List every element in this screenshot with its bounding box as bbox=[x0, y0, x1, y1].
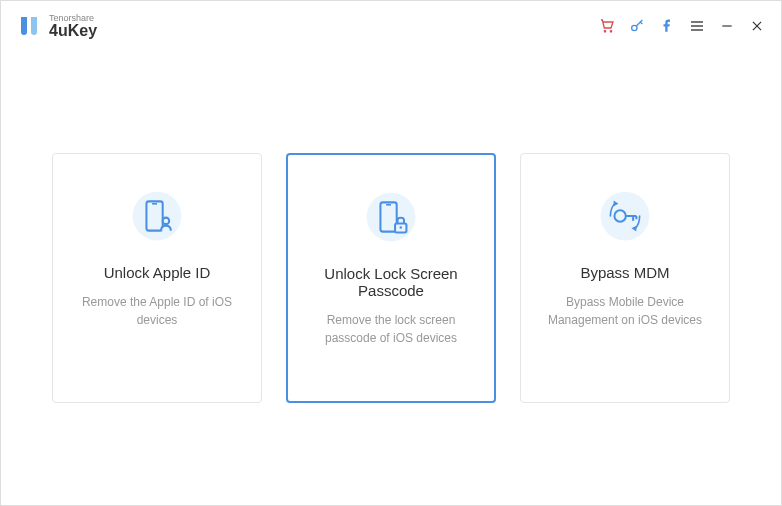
window-controls bbox=[599, 18, 765, 34]
brand-product: 4uKey bbox=[49, 23, 97, 39]
key-icon[interactable] bbox=[629, 18, 645, 34]
svg-point-1 bbox=[610, 31, 611, 32]
close-button[interactable] bbox=[749, 18, 765, 34]
svg-point-12 bbox=[163, 218, 170, 225]
card-title: Bypass MDM bbox=[580, 264, 669, 281]
cart-icon[interactable] bbox=[599, 18, 615, 34]
card-unlock-lock-screen[interactable]: Unlock Lock Screen Passcode Remove the l… bbox=[286, 153, 496, 403]
titlebar: Tenorshare 4uKey bbox=[1, 1, 781, 51]
card-bypass-mdm[interactable]: Bypass MDM Bypass Mobile Device Manageme… bbox=[520, 153, 730, 403]
app-window: Tenorshare 4uKey bbox=[0, 0, 782, 506]
svg-point-13 bbox=[367, 193, 416, 242]
main-content: Unlock Apple ID Remove the Apple ID of i… bbox=[1, 51, 781, 505]
facebook-icon[interactable] bbox=[659, 18, 675, 34]
card-title: Unlock Lock Screen Passcode bbox=[306, 265, 476, 299]
phone-user-icon bbox=[131, 190, 183, 242]
svg-point-2 bbox=[632, 25, 637, 30]
svg-point-17 bbox=[400, 226, 402, 228]
svg-point-0 bbox=[604, 31, 605, 32]
menu-icon[interactable] bbox=[689, 18, 705, 34]
svg-point-9 bbox=[133, 192, 182, 241]
brand: Tenorshare 4uKey bbox=[17, 14, 97, 39]
card-unlock-apple-id[interactable]: Unlock Apple ID Remove the Apple ID of i… bbox=[52, 153, 262, 403]
phone-lock-icon bbox=[365, 191, 417, 243]
minimize-button[interactable] bbox=[719, 18, 735, 34]
card-title: Unlock Apple ID bbox=[104, 264, 211, 281]
brand-text: Tenorshare 4uKey bbox=[49, 14, 97, 39]
card-desc: Bypass Mobile Device Management on iOS d… bbox=[539, 293, 711, 329]
card-desc: Remove the Apple ID of iOS devices bbox=[71, 293, 243, 329]
card-desc: Remove the lock screen passcode of iOS d… bbox=[306, 311, 476, 347]
app-logo-icon bbox=[17, 14, 41, 38]
key-rotate-icon bbox=[599, 190, 651, 242]
